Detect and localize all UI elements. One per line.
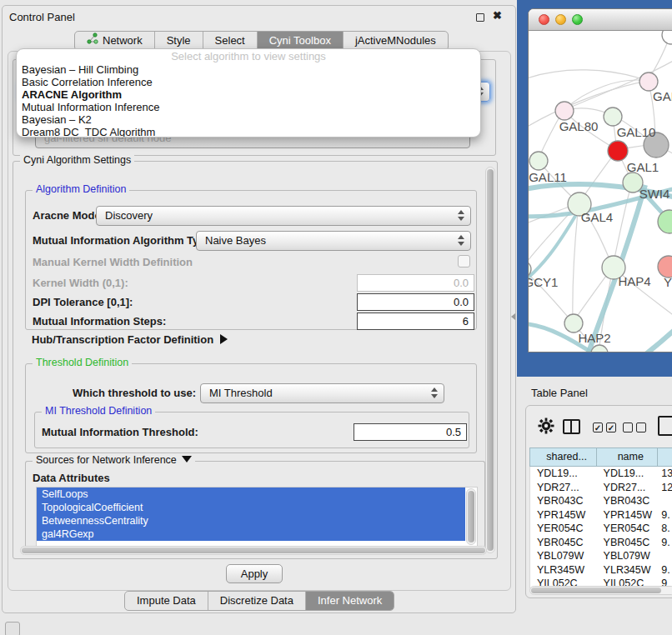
network-window-titlebar[interactable] [529,9,672,31]
data-attribute-item[interactable]: SelfLoops [37,488,465,501]
table-cell[interactable]: YER054C [530,522,597,536]
table-cell[interactable]: YDL19... [597,467,659,481]
tab-impute-data[interactable]: Impute Data [125,592,208,610]
algorithm-option[interactable]: ARACNE Algorithm [17,88,480,101]
mi-algorithm-type-combobox[interactable]: Naive Bayes [196,231,471,251]
table-row[interactable]: YPR145WYPR145W9. [530,508,672,522]
table-row[interactable]: YDR27...YDR27...12 [530,481,672,495]
split-columns-icon[interactable] [563,419,580,434]
table-horizontal-scrollbar[interactable] [529,586,672,595]
column-header-third[interactable]: A [657,448,672,466]
gear-icon[interactable] [538,418,554,438]
data-attributes-list[interactable]: SelfLoopsTopologicalCoefficientBetweenne… [36,487,478,547]
table-cell[interactable]: 8. [658,522,672,536]
column-header-name[interactable]: name [596,448,657,466]
settings-scrollbar-thumb[interactable] [487,169,494,551]
table-cell[interactable]: YLR345W [530,563,597,578]
table-cell[interactable]: YBL079W [530,549,597,563]
table-cell[interactable]: YER054C [597,522,659,536]
tab-network[interactable]: Network [75,32,154,50]
table-cell[interactable]: YDR27... [530,481,597,495]
network-node[interactable] [529,152,548,170]
kernel-width-field[interactable]: 0.0 [357,274,474,292]
table-cell[interactable]: YDL19... [530,467,597,481]
float-window-icon[interactable] [476,13,484,22]
table-cell[interactable]: YBR043C [597,494,659,508]
close-icon[interactable]: ✖ [493,9,502,22]
attributes-scrollbar-thumb[interactable] [468,491,474,542]
zoom-traffic-light-icon[interactable] [572,14,583,25]
minimized-panel-button[interactable] [5,622,20,635]
close-traffic-light-icon[interactable] [539,14,549,25]
table-row[interactable]: YLR345WYLR345W9. [530,563,672,578]
table-cell[interactable]: 9. [658,536,672,550]
which-threshold-combobox[interactable]: MI Threshold [200,383,444,403]
algorithm-option[interactable]: Dream8 DC_TDC Algorithm [17,126,480,138]
table-hscrollbar-thumb[interactable] [531,588,661,593]
apply-button[interactable]: Apply [226,564,283,583]
column-header-shared-name[interactable]: shared... [530,448,596,466]
table-cell[interactable]: YPR145W [597,508,659,522]
table-row[interactable]: YDL19...YDL19...13 [530,467,672,481]
algorithm-option[interactable]: Bayesian – K2 [17,113,480,126]
settings-hscrollbar-thumb[interactable] [22,548,485,553]
deselect-all-checkbox-icon[interactable] [623,422,633,432]
table-cell[interactable]: YBL079W [597,549,659,563]
settings-vertical-scrollbar[interactable] [485,167,495,553]
minimize-traffic-light-icon[interactable] [555,14,566,25]
tab-infer-network[interactable]: Infer Network [305,592,394,610]
table-cell[interactable]: YLR345W [597,563,659,578]
data-attribute-item[interactable]: BetweennessCentrality [37,514,465,528]
table-row[interactable]: YBL079WYBL079W [530,549,672,563]
table-row[interactable]: YBR045CYBR045C9. [530,536,672,550]
export-table-icon[interactable] [658,416,672,436]
manual-kernel-width-checkbox[interactable] [458,255,470,268]
deselect-all-checkbox2-icon[interactable] [636,422,646,432]
table-cell[interactable]: YBR045C [530,536,597,550]
table-row[interactable]: YBR043CYBR043C [530,494,672,508]
network-node[interactable] [604,108,622,126]
algorithm-option[interactable]: Basic Correlation Inference [17,76,480,88]
table-cell[interactable]: YDR27... [597,481,659,495]
table-row[interactable]: YER054CYER054C8. [530,522,672,536]
hub-definition-expander[interactable]: Hub/Transcription Factor Definition [32,333,228,346]
data-attribute-item[interactable]: TopologicalCoefficient [37,501,465,514]
dpi-tolerance-field[interactable]: 0.0 [357,293,474,311]
network-edge[interactable] [564,80,648,110]
network-node[interactable] [555,102,574,120]
tab-jactivemnodules[interactable]: jActiveMNodules [343,32,448,50]
network-node[interactable] [564,314,583,332]
mi-threshold-field[interactable]: 0.5 [354,423,467,441]
table-cell[interactable] [658,494,672,508]
attributes-scrollbar[interactable] [466,488,476,545]
table-cell[interactable]: 9. [658,508,672,522]
tab-discretize-data[interactable]: Discretize Data [208,592,305,610]
tab-select[interactable]: Select [203,32,257,50]
table-cell[interactable]: YBR043C [530,494,597,508]
select-all-checkbox2-icon[interactable]: ✓ [606,422,616,432]
aracne-mode-combobox[interactable]: Discovery [96,206,471,226]
network-node[interactable] [639,72,658,91]
algorithm-option[interactable]: Mutual Information Inference [17,101,480,113]
network-edge[interactable] [620,310,672,352]
select-all-checkbox-icon[interactable]: ✓ [593,422,603,432]
network-edge[interactable] [529,70,648,81]
tab-cyni-toolbox[interactable]: Cyni Toolbox [257,32,343,50]
mi-steps-field[interactable]: 6 [357,312,474,330]
table-cell[interactable]: 13 [658,467,672,481]
settings-horizontal-scrollbar[interactable] [20,546,487,555]
table-body[interactable]: YDL19...YDL19...13YDR27...YDR27...12YBR0… [529,467,672,588]
network-node[interactable] [591,345,608,352]
network-node[interactable] [608,141,628,161]
table-cell[interactable]: YPR145W [530,508,597,522]
table-cell[interactable]: 12 [658,481,672,495]
table-cell[interactable] [658,549,672,563]
data-attribute-item[interactable]: gal4RGexp [37,528,465,541]
table-cell[interactable]: 9. [658,563,672,578]
network-node[interactable] [662,31,672,44]
splitter-collapse-icon[interactable] [511,313,515,320]
network-canvas[interactable]: GALGAL80GAL10GAL1GAL11SWI4GAL4GCY1HAP4YH… [529,31,672,352]
table-cell[interactable]: YBR045C [597,536,659,550]
tab-style[interactable]: Style [154,32,203,50]
algorithm-option[interactable]: Bayesian – Hill Climbing [17,63,480,76]
